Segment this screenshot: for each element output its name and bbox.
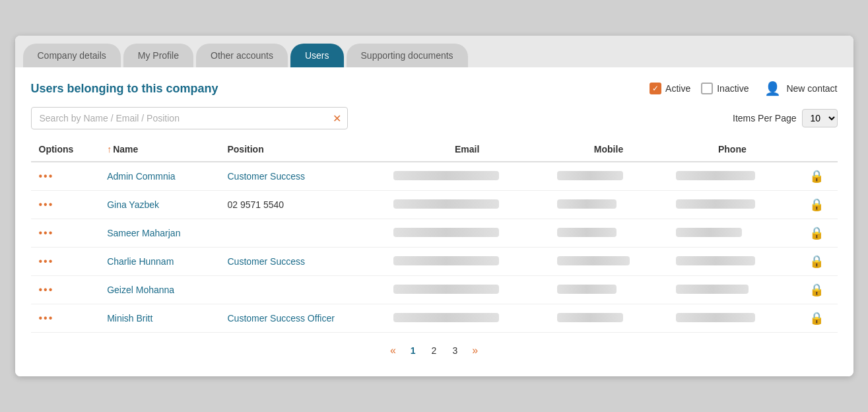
search-wrapper: ✕ — [31, 107, 348, 129]
user-email — [393, 228, 499, 237]
users-table: Options ↑Name Position Email Mobile Phon… — [31, 137, 838, 333]
active-filter: ✓ Active — [650, 83, 690, 94]
page-1[interactable]: 1 — [405, 344, 421, 357]
inactive-label: Inactive — [717, 83, 749, 94]
page-3[interactable]: 3 — [447, 344, 463, 357]
user-action-icon[interactable]: 🔒 — [809, 312, 824, 325]
options-dots[interactable]: ••• — [39, 227, 54, 238]
new-contact-icon: 👤 — [764, 81, 781, 96]
user-email — [393, 199, 499, 209]
table-header-row: Options ↑Name Position Email Mobile Phon… — [31, 137, 838, 162]
section-title: Users belonging to this company — [31, 82, 218, 96]
tab-company-details[interactable]: Company details — [23, 44, 121, 67]
user-email — [393, 313, 499, 322]
active-checkbox[interactable]: ✓ — [650, 83, 661, 94]
user-mobile — [557, 313, 623, 322]
user-position: 02 9571 5540 — [227, 199, 284, 210]
tab-supporting-documents[interactable]: Supporting documents — [347, 44, 468, 67]
user-position: Customer Success — [227, 171, 304, 182]
inactive-filter: Inactive — [701, 83, 749, 94]
user-email — [393, 256, 499, 265]
options-dots[interactable]: ••• — [39, 284, 54, 295]
user-phone — [676, 228, 742, 237]
table-row: •••Sameer Maharjan🔒 — [31, 219, 838, 248]
user-action-icon[interactable]: 🔒 — [809, 226, 824, 240]
col-options: Options — [31, 137, 100, 162]
page-2[interactable]: 2 — [426, 344, 442, 357]
user-mobile — [557, 171, 623, 180]
user-action-icon[interactable]: 🔒 — [809, 283, 824, 296]
col-action — [796, 137, 837, 162]
col-email: Email — [385, 137, 549, 162]
new-contact-button[interactable]: 👤 New contact — [764, 81, 837, 96]
col-position: Position — [219, 137, 385, 162]
user-position: Customer Success — [227, 256, 304, 267]
user-email — [393, 171, 499, 180]
user-mobile — [557, 199, 617, 209]
table-row: •••Gina Yazbek02 9571 5540🔒 — [31, 191, 838, 219]
user-mobile — [557, 285, 617, 294]
inactive-checkbox[interactable] — [701, 83, 713, 94]
options-dots[interactable]: ••• — [39, 199, 54, 210]
new-contact-label: New contact — [786, 83, 837, 94]
content-area: Users belonging to this company ✓ Active… — [15, 67, 853, 376]
user-mobile — [557, 228, 617, 237]
items-per-page-label: Items Per Page — [733, 113, 797, 123]
filter-group: ✓ Active Inactive — [650, 83, 749, 94]
items-per-page-control: Items Per Page 5 10 20 50 — [733, 109, 838, 127]
user-phone — [676, 313, 755, 322]
options-dots[interactable]: ••• — [39, 170, 54, 182]
items-per-page-select[interactable]: 5 10 20 50 — [802, 109, 838, 127]
user-name[interactable]: Charlie Hunnam — [107, 256, 174, 267]
toolbar: ✕ Items Per Page 5 10 20 50 — [31, 107, 838, 129]
table-row: •••Admin CommniaCustomer Success🔒 — [31, 162, 838, 191]
sort-arrow-icon: ↑ — [107, 144, 112, 154]
user-action-icon[interactable]: 🔒 — [809, 255, 824, 268]
user-email — [393, 285, 499, 294]
content-header: Users belonging to this company ✓ Active… — [31, 81, 838, 96]
tab-other-accounts[interactable]: Other accounts — [196, 44, 288, 67]
pagination: « 1 2 3 » — [31, 333, 838, 363]
col-mobile: Mobile — [549, 137, 669, 162]
user-name[interactable]: Gina Yazbek — [107, 199, 159, 210]
col-name[interactable]: ↑Name — [99, 137, 219, 162]
user-phone — [676, 171, 755, 180]
user-phone — [676, 285, 749, 294]
search-input[interactable] — [31, 107, 348, 129]
pagination-next-button[interactable]: » — [468, 343, 482, 358]
pagination-first-button[interactable]: « — [386, 343, 400, 358]
table-row: •••Minish BrittCustomer Success Officer🔒 — [31, 304, 838, 333]
user-action-icon[interactable]: 🔒 — [809, 170, 824, 183]
header-right: ✓ Active Inactive 👤 New contact — [650, 81, 837, 96]
user-phone — [676, 256, 755, 265]
user-position: Customer Success Officer — [227, 313, 334, 324]
active-label: Active — [665, 83, 690, 94]
table-row: •••Geizel Mohanna🔒 — [31, 276, 838, 304]
user-name[interactable]: Sameer Maharjan — [107, 228, 180, 238]
search-clear-button[interactable]: ✕ — [333, 112, 341, 125]
user-name[interactable]: Admin Commnia — [107, 171, 175, 182]
user-name[interactable]: Minish Britt — [107, 313, 152, 324]
options-dots[interactable]: ••• — [39, 312, 54, 324]
col-phone: Phone — [668, 137, 796, 162]
tab-users[interactable]: Users — [290, 44, 344, 67]
tabs-bar: Company details My Profile Other account… — [15, 36, 853, 67]
user-action-icon[interactable]: 🔒 — [809, 198, 824, 211]
user-name[interactable]: Geizel Mohanna — [107, 285, 174, 295]
table-row: •••Charlie HunnamCustomer Success🔒 — [31, 248, 838, 276]
options-dots[interactable]: ••• — [39, 256, 54, 267]
user-phone — [676, 199, 755, 209]
user-mobile — [557, 256, 630, 265]
tab-my-profile[interactable]: My Profile — [123, 44, 193, 67]
main-container: Company details My Profile Other account… — [15, 36, 853, 376]
